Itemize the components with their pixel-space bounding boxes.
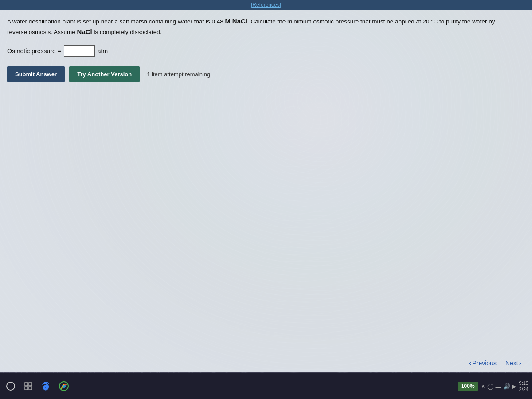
clock-time: 9:19 <box>519 380 528 386</box>
osmotic-row: Osmotic pressure = atm <box>7 45 525 57</box>
windows-start-icon <box>6 382 15 391</box>
nacl-formula2: NaCl <box>77 28 92 35</box>
references-link[interactable]: [References] <box>251 2 281 8</box>
chevron-right-icon: › <box>519 359 521 367</box>
question-text-part1: A water desalination plant is set up nea… <box>7 18 225 25</box>
svg-rect-0 <box>25 383 28 386</box>
taskbar-right: 100% ∧ ◯ ▬ 🔊 ▶ 9:19 2/24 <box>458 380 528 393</box>
chrome-browser-button[interactable] <box>57 379 71 393</box>
try-another-version-button[interactable]: Try Another Version <box>69 66 140 82</box>
speaker-icon: 🔊 <box>503 383 510 390</box>
edge-browser-button[interactable] <box>39 379 53 393</box>
svg-rect-1 <box>29 383 32 386</box>
previous-button[interactable]: ‹ Previous <box>466 357 500 369</box>
navigation-row: ‹ Previous Next › <box>466 357 525 369</box>
question-text: A water desalination plant is set up nea… <box>7 16 512 37</box>
network-icon: ▬ <box>496 383 501 390</box>
task-view-icon <box>24 382 33 391</box>
molarity: M <box>225 17 231 25</box>
previous-label: Previous <box>472 360 496 367</box>
next-label: Next <box>505 360 518 367</box>
osmotic-unit: atm <box>98 47 108 55</box>
tray-up-arrow-icon: ∧ <box>481 383 485 390</box>
system-clock: 9:19 2/24 <box>519 380 528 393</box>
start-button[interactable] <box>4 379 18 393</box>
submit-answer-button[interactable]: Submit Answer <box>7 66 65 82</box>
taskbar: 100% ∧ ◯ ▬ 🔊 ▶ 9:19 2/24 <box>0 373 532 399</box>
volume-icon: ▶ <box>512 383 516 390</box>
osmotic-pressure-input[interactable] <box>64 45 95 57</box>
taskbar-left <box>4 379 71 393</box>
zoom-badge: 100% <box>458 382 478 391</box>
svg-rect-2 <box>25 387 28 390</box>
buttons-row: Submit Answer Try Another Version 1 item… <box>7 66 525 82</box>
chrome-icon <box>59 381 69 391</box>
nacl-formula: NaCl <box>232 17 247 25</box>
notification-icon: ◯ <box>487 383 494 390</box>
svg-rect-3 <box>29 387 32 390</box>
next-button[interactable]: Next › <box>502 357 525 369</box>
main-content: A water desalination plant is set up nea… <box>0 10 532 372</box>
system-tray-icons: ∧ ◯ ▬ 🔊 ▶ <box>481 383 516 390</box>
clock-date: 2/24 <box>519 386 528 392</box>
question-text-part3: is completely dissociated. <box>92 29 162 35</box>
top-bar: [References] <box>0 0 532 10</box>
chevron-left-icon: ‹ <box>469 359 471 367</box>
edge-icon <box>41 381 51 391</box>
task-view-button[interactable] <box>21 379 35 393</box>
attempts-remaining-text: 1 item attempt remaining <box>147 71 210 78</box>
osmotic-label: Osmotic pressure = <box>7 47 61 55</box>
